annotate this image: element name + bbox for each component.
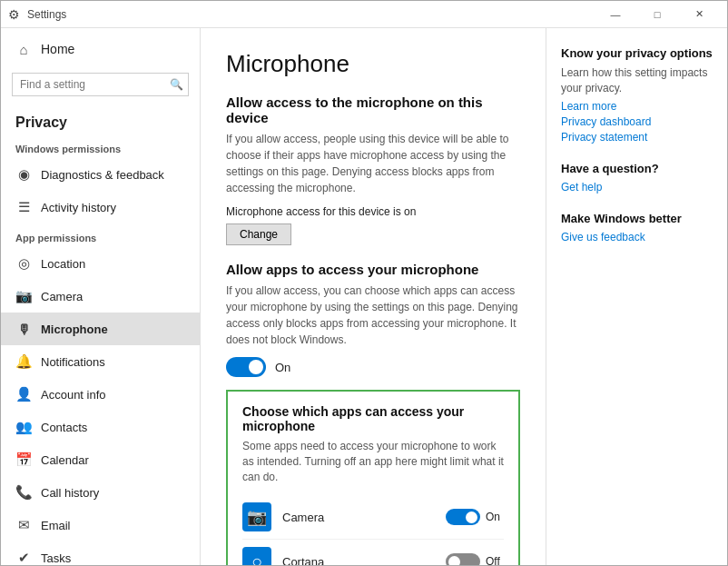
calendar-icon: 📅: [15, 452, 32, 468]
allow-access-title: Allow access to the microphone on this d…: [226, 94, 520, 125]
sidebar-item-calendar[interactable]: 📅 Calendar: [1, 443, 200, 476]
privacy-options-desc: Learn how this setting impacts your priv…: [561, 65, 713, 96]
access-status: Microphone access for this device is on: [226, 205, 520, 218]
sidebar: ⌂ Home 🔍 Privacy Windows permissions ◉ D…: [1, 28, 201, 565]
learn-more-link[interactable]: Learn more: [561, 100, 713, 113]
title-bar: ⚙ Settings — □ ✕: [1, 1, 727, 28]
location-icon: ◎: [15, 255, 32, 272]
toggle-sm-knob: [448, 556, 460, 565]
app-list-title: Choose which apps can access your microp…: [242, 404, 504, 433]
email-icon: ✉: [15, 517, 32, 533]
sidebar-item-label: Email: [41, 519, 71, 532]
sidebar-item-label: Account info: [41, 388, 106, 402]
windows-permissions-label: Windows permissions: [1, 134, 200, 158]
privacy-options-title: Know your privacy options: [561, 46, 713, 60]
sidebar-item-diagnostics[interactable]: ◉ Diagnostics & feedback: [1, 158, 200, 191]
sidebar-item-label: Camera: [41, 290, 83, 303]
diagnostics-icon: ◉: [15, 166, 32, 183]
app-row-camera: 📷 Camera On: [242, 495, 504, 540]
window-icon: ⚙: [8, 7, 20, 22]
app-permissions-label: App permissions: [1, 223, 200, 247]
sidebar-item-label: Diagnostics & feedback: [41, 168, 164, 182]
allow-apps-title: Allow apps to access your microphone: [226, 262, 520, 277]
page-title: Microphone: [226, 50, 520, 78]
camera-toggle[interactable]: [446, 509, 480, 525]
sidebar-item-label: Location: [41, 257, 85, 271]
get-help-link[interactable]: Get help: [561, 181, 713, 194]
sidebar-item-contacts[interactable]: 👥 Contacts: [1, 411, 200, 443]
sidebar-item-label: Contacts: [41, 421, 87, 434]
tasks-icon: ✔: [15, 550, 32, 565]
app-list-desc: Some apps need to access your microphone…: [242, 439, 504, 484]
question-title: Have a question?: [561, 162, 713, 175]
device-toggle-label: On: [275, 361, 290, 374]
title-bar-controls: — □ ✕: [595, 1, 720, 28]
sidebar-item-label: Microphone: [41, 323, 108, 336]
camera-toggle-label: On: [486, 511, 504, 523]
callhistory-icon: 📞: [15, 484, 32, 501]
privacy-dashboard-link[interactable]: Privacy dashboard: [561, 115, 713, 128]
privacy-statement-link[interactable]: Privacy statement: [561, 131, 713, 144]
window-title: Settings: [27, 8, 66, 21]
app-toggle-camera: On: [446, 509, 504, 525]
sidebar-item-email[interactable]: ✉ Email: [1, 509, 200, 541]
minimize-button[interactable]: —: [595, 1, 636, 28]
give-feedback-link[interactable]: Give us feedback: [561, 231, 713, 243]
device-toggle[interactable]: [226, 357, 266, 377]
sidebar-item-notifications[interactable]: 🔔 Notifications: [1, 345, 200, 378]
close-button[interactable]: ✕: [678, 1, 720, 28]
cortana-toggle[interactable]: [446, 553, 480, 565]
app-name-cortana: Cortana: [282, 555, 446, 565]
sidebar-item-account[interactable]: 👤 Account info: [1, 378, 200, 411]
sidebar-item-activity[interactable]: ☰ Activity history: [1, 191, 200, 223]
sidebar-item-label: Tasks: [41, 551, 71, 565]
sidebar-item-label: Calendar: [41, 453, 89, 467]
sidebar-item-camera[interactable]: 📷 Camera: [1, 280, 200, 313]
sidebar-item-callhistory[interactable]: 📞 Call history: [1, 476, 200, 509]
windows-better-section: Make Windows better Give us feedback: [561, 212, 713, 243]
app-list-section: Choose which apps can access your microp…: [226, 390, 520, 565]
sidebar-search: 🔍: [12, 73, 189, 96]
toggle-knob: [249, 360, 263, 374]
account-icon: 👤: [15, 386, 32, 402]
cortana-toggle-label: Off: [486, 555, 504, 565]
sidebar-item-label: Home: [41, 42, 74, 56]
camera-icon: 📷: [15, 288, 32, 304]
activity-icon: ☰: [15, 199, 32, 215]
windows-better-title: Make Windows better: [561, 212, 713, 225]
sidebar-item-location[interactable]: ◎ Location: [1, 247, 200, 280]
microphone-icon: 🎙: [15, 321, 32, 337]
allow-access-desc: If you allow access, people using this d…: [226, 131, 520, 196]
sidebar-item-label: Call history: [41, 486, 99, 500]
main-content: Microphone Allow access to the microphon…: [201, 28, 546, 565]
app-name-camera: Camera: [282, 511, 446, 524]
search-input[interactable]: [12, 73, 189, 96]
search-icon: 🔍: [170, 78, 183, 91]
sidebar-item-microphone[interactable]: 🎙 Microphone: [1, 313, 200, 345]
sidebar-title: Privacy: [1, 104, 200, 134]
app-icon-cortana: ○: [242, 547, 271, 565]
sidebar-item-home[interactable]: ⌂ Home: [1, 28, 200, 65]
device-toggle-row: On: [226, 357, 520, 377]
app-toggle-cortana: Off: [446, 553, 504, 565]
toggle-sm-knob: [466, 511, 477, 523]
contacts-icon: 👥: [15, 419, 32, 435]
sidebar-item-label: Notifications: [41, 355, 105, 369]
question-section: Have a question? Get help: [561, 162, 713, 194]
change-button[interactable]: Change: [226, 223, 291, 245]
notifications-icon: 🔔: [15, 353, 32, 370]
app-icon-camera: 📷: [242, 502, 271, 531]
right-panel: Know your privacy options Learn how this…: [546, 28, 727, 565]
allow-apps-desc: If you allow access, you can choose whic…: [226, 283, 520, 348]
sidebar-item-tasks[interactable]: ✔ Tasks: [1, 541, 200, 565]
maximize-button[interactable]: □: [636, 1, 678, 28]
sidebar-item-label: Activity history: [41, 201, 116, 214]
app-row-cortana: ○ Cortana Off: [242, 540, 504, 565]
privacy-options-section: Know your privacy options Learn how this…: [561, 46, 713, 144]
home-icon: ⌂: [15, 41, 32, 57]
